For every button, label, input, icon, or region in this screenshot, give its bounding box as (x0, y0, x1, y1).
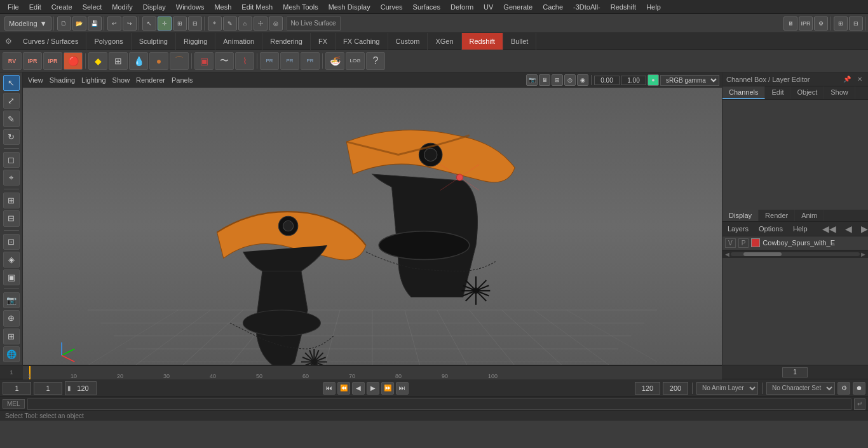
snap2-btn[interactable]: ⊟ (188, 17, 202, 31)
range-end-input[interactable] (72, 382, 94, 395)
shelf-icon-rv[interactable]: RV (3, 52, 22, 70)
window-layout-btn1[interactable]: ⊞ (834, 17, 848, 31)
shelf-icon-render[interactable]: 🍜 (325, 52, 344, 70)
display-layer-tab[interactable]: Display (722, 210, 759, 221)
menu-modify[interactable]: Modify (107, 2, 137, 12)
renderer-menu[interactable]: Renderer (133, 76, 168, 85)
channels-tab[interactable]: Channels (722, 86, 765, 99)
vp-num1[interactable] (594, 76, 620, 85)
shading-menu[interactable]: Shading (47, 76, 78, 85)
layer-playback-btn[interactable]: P (738, 238, 749, 248)
options-menu[interactable]: Options (756, 224, 785, 233)
help-menu[interactable]: Help (790, 224, 810, 233)
timeline-ruler[interactable]: 1 10 20 30 40 50 60 70 80 90 100 (23, 365, 722, 379)
sculpt-btn[interactable]: ⌂ (238, 17, 252, 31)
menu-edit-mesh[interactable]: Edit Mesh (236, 2, 278, 12)
snap-curve-tool[interactable]: ⊟ (3, 210, 20, 226)
anim-layer-btn[interactable]: ▣ (3, 269, 20, 285)
tab-polygons[interactable]: Polygons (86, 33, 131, 50)
layer-color-swatch[interactable] (751, 238, 760, 247)
menu-deform[interactable]: Deform (445, 2, 478, 12)
open-scene-btn[interactable]: 📂 (72, 17, 86, 31)
show-menu[interactable]: Show (110, 76, 133, 85)
paint-select-tool[interactable]: ✎ (3, 111, 20, 126)
snap-grid-tool[interactable]: ⊞ (3, 193, 20, 208)
grab-btn[interactable]: ☩ (254, 17, 268, 31)
menu-3dtoall[interactable]: -3DtoAll- (568, 2, 606, 12)
xray-tool[interactable]: ⊕ (3, 310, 20, 326)
shelf-icon-curve[interactable]: ⌇ (235, 52, 254, 70)
goto-frame-input[interactable] (782, 367, 808, 377)
marquee-tool[interactable]: ◻ (3, 152, 20, 168)
render-settings-btn[interactable]: ⚙ (814, 17, 828, 31)
shelf-icon-pr2[interactable]: PR (280, 52, 299, 70)
anim-layer-tab[interactable]: Anim (795, 210, 824, 221)
menu-curves[interactable]: Curves (376, 2, 408, 12)
menu-display[interactable]: Display (138, 2, 171, 12)
menu-mesh-tools[interactable]: Mesh Tools (278, 2, 323, 12)
vp-num2[interactable] (621, 76, 646, 85)
playback-range-end[interactable] (663, 382, 688, 395)
save-scene-btn[interactable]: 💾 (88, 17, 102, 31)
tab-curves-surfaces[interactable]: Curves / Surfaces (15, 33, 86, 50)
select-tool-btn[interactable]: ↖ (142, 17, 156, 31)
scroll-left-btn[interactable]: ◄ (724, 250, 731, 258)
shelf-icon-ipr3[interactable]: 🔴 (64, 52, 83, 70)
menu-select[interactable]: Select (78, 2, 107, 12)
menu-mesh[interactable]: Mesh (209, 2, 236, 12)
shelf-icon-ipr2[interactable]: IPR (43, 52, 62, 70)
camera-tool[interactable]: 📷 (3, 292, 20, 308)
object-tab[interactable]: Object (790, 86, 824, 99)
char-set-select[interactable]: No Character Set (766, 382, 835, 395)
scrollbar-track[interactable] (731, 252, 860, 256)
vp-camera-btn[interactable]: 📷 (526, 74, 538, 86)
panels-menu[interactable]: Panels (169, 76, 196, 85)
shelf-icon-pr1[interactable]: PR (260, 52, 279, 70)
shelf-icon-cube[interactable]: ▣ (194, 52, 214, 70)
smooth-btn[interactable]: ◎ (269, 17, 283, 31)
playback-range-start[interactable] (635, 382, 660, 395)
shelf-settings-icon[interactable]: ⚙ (1, 34, 15, 48)
vp-wireframe-btn[interactable]: ◎ (564, 74, 576, 86)
layer-item[interactable]: V P Cowboy_Spurs_with_E (722, 236, 868, 250)
lasso-tool[interactable]: ⌖ (3, 170, 20, 186)
move-tool-btn[interactable]: ✛ (158, 17, 172, 31)
menu-create[interactable]: Create (46, 2, 78, 12)
component-select-tool[interactable]: ⤢ (3, 93, 20, 109)
menu-edit[interactable]: Edit (24, 2, 46, 12)
vp-color-btn[interactable]: ● (648, 74, 659, 86)
snap-btn[interactable]: ⊞ (173, 17, 187, 31)
render-layer-btn[interactable]: ◈ (3, 252, 20, 268)
scrollbar-thumb[interactable] (743, 252, 782, 256)
workspace-tool[interactable]: 🌐 (3, 346, 20, 362)
menu-help[interactable]: Help (641, 2, 666, 12)
shelf-icon-diamond[interactable]: ◆ (88, 52, 107, 70)
tab-rendering[interactable]: Rendering (262, 33, 311, 50)
script-type-label[interactable]: MEL (3, 399, 25, 409)
layer-remove-btn[interactable]: ◀ (843, 223, 854, 234)
menu-cache[interactable]: Cache (538, 2, 568, 12)
step-back-btn[interactable]: ⏪ (337, 382, 350, 395)
lighting-menu[interactable]: Lighting (79, 76, 109, 85)
go-to-start-btn[interactable]: ⏮ (323, 382, 336, 395)
menu-file[interactable]: File (3, 2, 24, 12)
menu-redshift[interactable]: Redshift (606, 2, 641, 12)
tab-xgen[interactable]: XGen (428, 33, 461, 50)
ipr-btn[interactable]: IPR (799, 17, 813, 31)
redo-btn[interactable]: ↪ (123, 17, 137, 31)
play-back-btn[interactable]: ◀ (352, 382, 365, 395)
show-tab[interactable]: Show (824, 86, 855, 99)
shelf-icon-help[interactable]: ? (366, 52, 385, 70)
current-frame-input[interactable]: 1 (34, 382, 62, 395)
layer-options-btn[interactable]: ▶ (859, 223, 868, 234)
anim-layer-select[interactable]: No Anim Layer (696, 382, 758, 395)
window-layout-btn2[interactable]: ⊟ (849, 17, 863, 31)
tab-rigging[interactable]: Rigging (176, 33, 215, 50)
char-set-options-btn[interactable]: ⚙ (837, 382, 850, 395)
menu-generate[interactable]: Generate (498, 2, 538, 12)
edit-tab[interactable]: Edit (765, 86, 790, 99)
menu-surfaces[interactable]: Surfaces (408, 2, 445, 12)
vp-grid-btn[interactable]: ⊞ (552, 74, 563, 86)
paint-btn[interactable]: ✎ (223, 17, 237, 31)
layer-scrollbar-horizontal[interactable]: ◄ ► (722, 250, 868, 258)
